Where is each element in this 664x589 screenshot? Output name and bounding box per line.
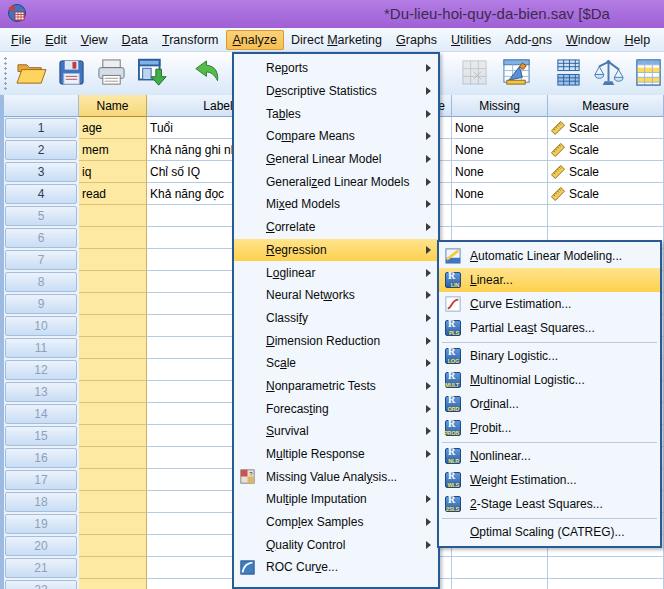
cell-measure-21[interactable] [548, 557, 664, 579]
cell-name-11[interactable] [79, 337, 147, 359]
row-header-2[interactable]: 2 [5, 140, 77, 160]
col-header-missing[interactable]: Missing [452, 95, 548, 117]
analyze-item-forecasting[interactable]: Forecasting [234, 397, 438, 420]
cell-name-21[interactable] [79, 557, 147, 579]
row-header-20[interactable]: 20 [5, 536, 77, 556]
analyze-item-compare-means[interactable]: Compare Means [234, 125, 438, 148]
cell-name-2[interactable]: mem [79, 139, 147, 161]
regression-item-multinomial-logistic[interactable]: RMULTMultinomial Logistic... [439, 368, 660, 392]
undo-button[interactable] [186, 56, 224, 92]
cell-name-22[interactable] [79, 579, 147, 589]
row-header-3[interactable]: 3 [5, 162, 77, 182]
weight-cases-button[interactable] [589, 56, 627, 92]
cell-name-4[interactable]: read [79, 183, 147, 205]
menu-utilities[interactable]: Utilities [444, 30, 498, 50]
regression-item-probit[interactable]: RPROBProbit... [439, 416, 660, 440]
analyze-item-regression[interactable]: Regression [234, 239, 438, 262]
row-header-4[interactable]: 4 [5, 184, 77, 204]
row-header-18[interactable]: 18 [5, 492, 77, 512]
cell-name-17[interactable] [79, 469, 147, 491]
cell-name-12[interactable] [79, 359, 147, 381]
goto-case-button[interactable] [455, 56, 493, 92]
row-header-15[interactable]: 15 [5, 426, 77, 446]
row-header-12[interactable]: 12 [5, 360, 77, 380]
regression-item-linear[interactable]: RLINLinear... [439, 268, 660, 292]
cell-name-9[interactable] [79, 293, 147, 315]
analyze-item-complex-samples[interactable]: Complex Samples [234, 511, 438, 534]
analyze-item-descriptive-statistics[interactable]: Descriptive Statistics [234, 80, 438, 103]
cell-missing-3[interactable]: None [452, 161, 548, 183]
row-header-6[interactable]: 6 [5, 228, 77, 248]
cell-missing-2[interactable]: None [452, 139, 548, 161]
cell-name-6[interactable] [79, 227, 147, 249]
regression-item-optimal-scaling-catreg[interactable]: Optimal Scaling (CATREG)... [439, 520, 660, 544]
cell-measure-5[interactable] [548, 205, 664, 227]
recall-dialogs-button[interactable] [134, 56, 172, 92]
cell-measure-22[interactable] [548, 579, 664, 589]
menu-edit[interactable]: Edit [38, 30, 74, 50]
analyze-item-missing-value-analysis[interactable]: ?Missing Value Analysis... [234, 465, 438, 488]
print-button[interactable] [92, 56, 130, 92]
cell-measure-3[interactable]: Scale [548, 161, 664, 183]
menu-view[interactable]: View [74, 30, 115, 50]
menu-data[interactable]: Data [115, 30, 155, 50]
cell-name-16[interactable] [79, 447, 147, 469]
toolbar-drag-handle[interactable] [3, 56, 8, 91]
analyze-item-reports[interactable]: Reports [234, 57, 438, 80]
cell-name-18[interactable] [79, 491, 147, 513]
row-header-9[interactable]: 9 [5, 294, 77, 314]
row-header-8[interactable]: 8 [5, 272, 77, 292]
analyze-item-mixed-models[interactable]: Mixed Models [234, 193, 438, 216]
analyze-item-loglinear[interactable]: Loglinear [234, 261, 438, 284]
analyze-item-general-linear-model[interactable]: General Linear Model [234, 148, 438, 171]
cell-measure-1[interactable]: Scale [548, 117, 664, 139]
cell-name-3[interactable]: iq [79, 161, 147, 183]
menu-graphs[interactable]: Graphs [389, 30, 444, 50]
menu-transform[interactable]: Transform [155, 30, 226, 50]
row-header-11[interactable]: 11 [5, 338, 77, 358]
analyze-item-nonparametric-tests[interactable]: Nonparametric Tests [234, 375, 438, 398]
regression-item-partial-least-squares[interactable]: RPLSPartial Least Squares... [439, 316, 660, 340]
cell-name-20[interactable] [79, 535, 147, 557]
row-header-16[interactable]: 16 [5, 448, 77, 468]
analyze-item-survival[interactable]: Survival [234, 420, 438, 443]
row-header-14[interactable]: 14 [5, 404, 77, 424]
row-header-19[interactable]: 19 [5, 514, 77, 534]
cell-name-19[interactable] [79, 513, 147, 535]
cell-name-1[interactable]: age [79, 117, 147, 139]
analyze-item-roc-curve[interactable]: ROC Curve... [234, 556, 438, 579]
col-header-measure[interactable]: Measure [548, 95, 664, 117]
menu-add-ons[interactable]: Add-ons [498, 30, 559, 50]
regression-item-ordinal[interactable]: RORDOrdinal... [439, 392, 660, 416]
analyze-item-multiple-response[interactable]: Multiple Response [234, 443, 438, 466]
cell-missing-21[interactable] [452, 557, 548, 579]
cell-missing-4[interactable]: None [452, 183, 548, 205]
analyze-item-generalized-linear-models[interactable]: Generalized Linear Models [234, 170, 438, 193]
row-header-5[interactable]: 5 [5, 206, 77, 226]
analyze-item-tables[interactable]: Tables [234, 102, 438, 125]
cell-measure-4[interactable]: Scale [548, 183, 664, 205]
cell-name-5[interactable] [79, 205, 147, 227]
select-cases-button[interactable] [629, 56, 664, 92]
regression-item-nonlinear[interactable]: RNLRNonlinear... [439, 444, 660, 468]
analyze-item-correlate[interactable]: Correlate [234, 216, 438, 239]
title-bar[interactable]: *Du-lieu-hoi-quy-da-bien.sav [$Da [0, 0, 664, 28]
cell-name-13[interactable] [79, 381, 147, 403]
row-header-22[interactable]: 22 [5, 580, 77, 589]
analyze-item-multiple-imputation[interactable]: Multiple Imputation [234, 488, 438, 511]
regression-item-binary-logistic[interactable]: RLOGBinary Logistic... [439, 344, 660, 368]
cell-name-10[interactable] [79, 315, 147, 337]
cell-missing-22[interactable] [452, 579, 548, 589]
row-header-1[interactable]: 1 [5, 118, 77, 138]
menu-file[interactable]: File [4, 30, 38, 50]
analyze-item-dimension-reduction[interactable]: Dimension Reduction [234, 329, 438, 352]
cell-missing-5[interactable] [452, 205, 548, 227]
open-data-button[interactable] [12, 56, 50, 92]
regression-item-2-stage-least-squares[interactable]: R2SLS2-Stage Least Squares... [439, 492, 660, 516]
cell-name-15[interactable] [79, 425, 147, 447]
row-header-17[interactable]: 17 [5, 470, 77, 490]
row-header-21[interactable]: 21 [5, 558, 77, 578]
menu-window[interactable]: Window [559, 30, 617, 50]
analyze-item-classify[interactable]: Classify [234, 307, 438, 330]
regression-item-weight-estimation[interactable]: RWLSWeight Estimation... [439, 468, 660, 492]
